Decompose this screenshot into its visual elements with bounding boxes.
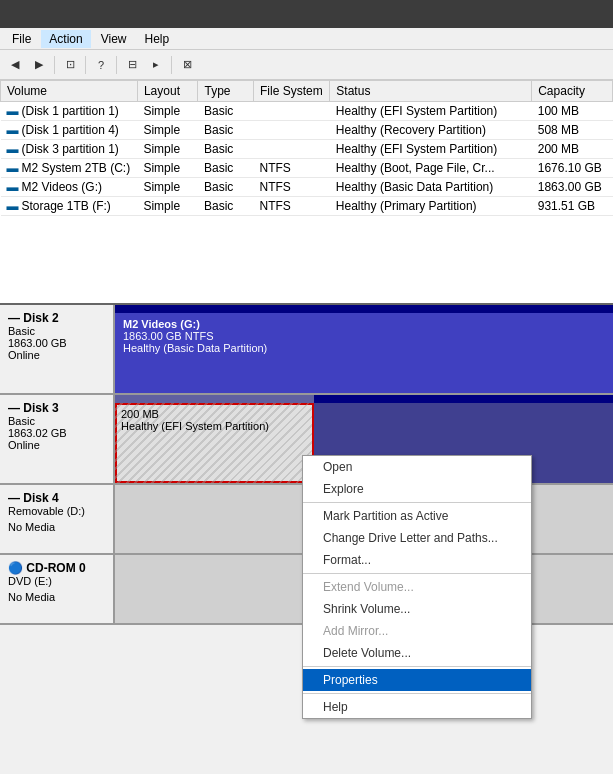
table-row[interactable]: ▬Storage 1TB (F:) Simple Basic NTFS Heal…	[1, 197, 613, 216]
table-row[interactable]: ▬(Disk 1 partition 4) Simple Basic Healt…	[1, 121, 613, 140]
help-button[interactable]: ?	[90, 54, 112, 76]
disk-2-type: Basic	[8, 325, 105, 337]
disk-3-size: 1863.02 GB	[8, 427, 105, 439]
col-header-capacity[interactable]: Capacity	[532, 81, 613, 102]
context-menu-separator	[303, 666, 531, 667]
cell-capacity: 508 MB	[532, 121, 613, 140]
cell-status: Healthy (EFI System Partition)	[330, 140, 532, 159]
disk-3-efi-health: Healthy (EFI System Partition)	[121, 420, 306, 432]
context-menu-item-explore[interactable]: Explore	[303, 478, 531, 500]
disk-2-partition-size: 1863.00 GB NTFS	[123, 330, 605, 342]
cdrom-0-status: No Media	[8, 591, 105, 603]
show-all-button[interactable]: ⊡	[59, 54, 81, 76]
disk-4-status: No Media	[8, 521, 105, 533]
menu-view[interactable]: View	[93, 30, 135, 48]
cell-status: Healthy (Boot, Page File, Cr...	[330, 159, 532, 178]
table-row[interactable]: ▬(Disk 3 partition 1) Simple Basic Healt…	[1, 140, 613, 159]
disk-2-size: 1863.00 GB	[8, 337, 105, 349]
cell-fs: NTFS	[253, 197, 329, 216]
disk-3-name: — Disk 3	[8, 401, 105, 415]
context-menu-item-format[interactable]: Format...	[303, 549, 531, 571]
cell-layout: Simple	[137, 121, 198, 140]
settings-button[interactable]: ⊠	[176, 54, 198, 76]
cell-volume: ▬(Disk 1 partition 4)	[1, 121, 138, 140]
disk-4-type: Removable (D:)	[8, 505, 105, 517]
view-button[interactable]: ⊟	[121, 54, 143, 76]
cell-layout: Simple	[137, 159, 198, 178]
disk-3-header-right	[314, 395, 613, 403]
back-button[interactable]: ◀	[4, 54, 26, 76]
table-row[interactable]: ▬(Disk 1 partition 1) Simple Basic Healt…	[1, 102, 613, 121]
cell-type: Basic	[198, 102, 254, 121]
col-header-fs[interactable]: File System	[253, 81, 329, 102]
cell-status: Healthy (Primary Partition)	[330, 197, 532, 216]
toolbar-separator-4	[171, 56, 172, 74]
cell-status: Healthy (Basic Data Partition)	[330, 178, 532, 197]
table-row[interactable]: ▬M2 Videos (G:) Simple Basic NTFS Health…	[1, 178, 613, 197]
cell-type: Basic	[198, 159, 254, 178]
col-header-status[interactable]: Status	[330, 81, 532, 102]
disk-4-name: — Disk 4	[8, 491, 105, 505]
cell-volume: ▬Storage 1TB (F:)	[1, 197, 138, 216]
cell-type: Basic	[198, 140, 254, 159]
context-menu-item-delete[interactable]: Delete Volume...	[303, 642, 531, 664]
title-bar	[0, 0, 613, 28]
cell-volume: ▬(Disk 1 partition 1)	[1, 102, 138, 121]
toolbar-separator-3	[116, 56, 117, 74]
disk-3-label: — Disk 3 Basic 1863.02 GB Online	[0, 395, 115, 483]
disk-2-status: Online	[8, 349, 105, 361]
col-header-layout[interactable]: Layout	[137, 81, 198, 102]
context-menu-item-properties[interactable]: Properties	[303, 669, 531, 691]
cell-volume: ▬(Disk 3 partition 1)	[1, 140, 138, 159]
cell-type: Basic	[198, 121, 254, 140]
cell-volume: ▬M2 Videos (G:)	[1, 178, 138, 197]
disk-table-container: Volume Layout Type File System Status Ca…	[0, 80, 613, 305]
disk-2-header-bar	[115, 305, 613, 313]
context-menu-item-mark-active[interactable]: Mark Partition as Active	[303, 505, 531, 527]
disk-2-name: — Disk 2	[8, 311, 105, 325]
context-menu-item-add-mirror: Add Mirror...	[303, 620, 531, 642]
disk-3-efi-size: 200 MB	[121, 408, 306, 420]
table-header-row: Volume Layout Type File System Status Ca…	[1, 81, 613, 102]
cell-type: Basic	[198, 178, 254, 197]
disk-2-partition-health: Healthy (Basic Data Partition)	[123, 342, 605, 354]
context-menu-item-help[interactable]: Help	[303, 696, 531, 718]
menu-action[interactable]: Action	[41, 30, 90, 48]
cell-layout: Simple	[137, 178, 198, 197]
context-menu-separator	[303, 573, 531, 574]
cell-capacity: 1676.10 GB	[532, 159, 613, 178]
cell-capacity: 200 MB	[532, 140, 613, 159]
cell-fs	[253, 121, 329, 140]
cdrom-0-label: 🔵 CD-ROM 0 DVD (E:) No Media	[0, 555, 115, 623]
cell-fs	[253, 102, 329, 121]
disk-3-efi-partition[interactable]: 200 MB Healthy (EFI System Partition)	[115, 403, 314, 483]
col-header-volume[interactable]: Volume	[1, 81, 138, 102]
table-row[interactable]: ▬M2 System 2TB (C:) Simple Basic NTFS He…	[1, 159, 613, 178]
forward-button[interactable]: ▶	[28, 54, 50, 76]
disk-table: Volume Layout Type File System Status Ca…	[0, 80, 613, 216]
context-menu-item-shrink[interactable]: Shrink Volume...	[303, 598, 531, 620]
disk-3-status: Online	[8, 439, 105, 451]
cell-type: Basic	[198, 197, 254, 216]
cell-capacity: 1863.00 GB	[532, 178, 613, 197]
context-menu-item-open[interactable]: Open	[303, 456, 531, 478]
disk-2-partitions: M2 Videos (G:) 1863.00 GB NTFS Healthy (…	[115, 305, 613, 393]
menu-bar: File Action View Help	[0, 28, 613, 50]
cdrom-0-name: 🔵 CD-ROM 0	[8, 561, 105, 575]
disk-2-partition-label: M2 Videos (G:)	[123, 318, 605, 330]
disk-3-header-row	[115, 395, 613, 403]
context-menu: OpenExploreMark Partition as ActiveChang…	[302, 455, 532, 719]
menu-help[interactable]: Help	[137, 30, 178, 48]
context-menu-separator	[303, 502, 531, 503]
disk-2-row: — Disk 2 Basic 1863.00 GB Online M2 Vide…	[0, 305, 613, 395]
context-menu-separator	[303, 693, 531, 694]
view2-button[interactable]: ▸	[145, 54, 167, 76]
context-menu-item-change-drive-letter[interactable]: Change Drive Letter and Paths...	[303, 527, 531, 549]
col-header-type[interactable]: Type	[198, 81, 254, 102]
menu-file[interactable]: File	[4, 30, 39, 48]
context-menu-item-extend: Extend Volume...	[303, 576, 531, 598]
cdrom-0-type: DVD (E:)	[8, 575, 105, 587]
disk-2-main-partition[interactable]: M2 Videos (G:) 1863.00 GB NTFS Healthy (…	[115, 313, 613, 393]
cell-status: Healthy (EFI System Partition)	[330, 102, 532, 121]
toolbar-separator-2	[85, 56, 86, 74]
